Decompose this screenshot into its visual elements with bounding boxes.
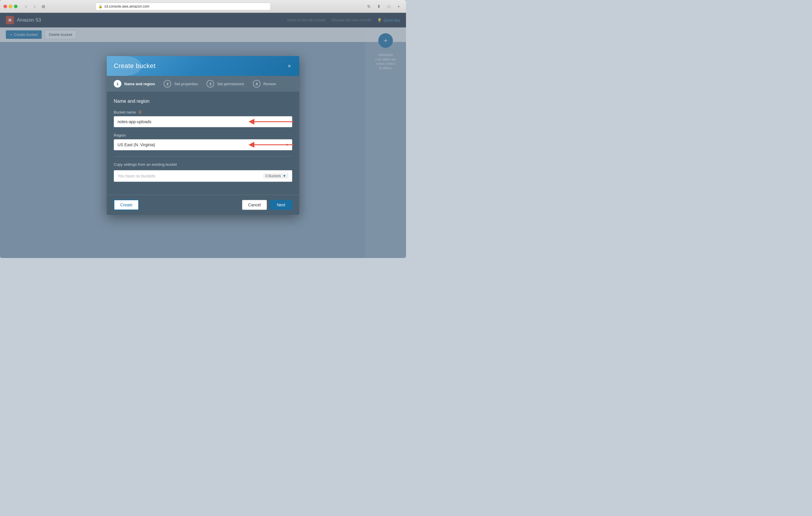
browser-content: Amazon S3 Switch to the old console Disc… bbox=[0, 13, 406, 258]
section-title: Name and region bbox=[114, 99, 292, 104]
copy-settings-group: Copy settings from an existing bucket Yo… bbox=[114, 162, 292, 182]
refresh-button[interactable]: ↻ bbox=[365, 3, 373, 9]
red-arrow-1 bbox=[249, 117, 295, 126]
bucket-name-input-wrapper bbox=[114, 116, 292, 127]
forward-button[interactable]: › bbox=[31, 3, 38, 9]
modal-title: Create bucket bbox=[114, 62, 155, 70]
region-label: Region bbox=[114, 133, 292, 137]
step-3-label: Set permissions bbox=[217, 82, 244, 86]
step-2[interactable]: 2 Set properties bbox=[164, 80, 206, 87]
region-group: Region US East (N. Virginia) US East (Oh… bbox=[114, 133, 292, 150]
region-arrow bbox=[249, 140, 295, 149]
cancel-button[interactable]: Cancel bbox=[242, 200, 267, 210]
create-bucket-modal: Create bucket × 1 Name and region 2 Set … bbox=[107, 56, 299, 215]
step-4-number: 4 bbox=[253, 80, 260, 87]
modal-body: Name and region Bucket name i bbox=[107, 92, 299, 195]
bucket-name-info-icon[interactable]: i bbox=[138, 110, 142, 114]
bucket-name-arrow bbox=[249, 117, 295, 126]
address-bar[interactable]: 🔒 s3.console.aws.amazon.com bbox=[96, 3, 271, 10]
svg-marker-8 bbox=[249, 142, 254, 148]
step-1[interactable]: 1 Name and region bbox=[114, 80, 164, 87]
copy-settings-label: Copy settings from an existing bucket bbox=[114, 162, 292, 167]
step-1-label: Name and region bbox=[124, 82, 155, 86]
buckets-count-badge: 0 Buckets ▼ bbox=[263, 173, 288, 179]
bucket-name-label: Bucket name i bbox=[114, 110, 292, 114]
empty-buckets-select[interactable]: You have no buckets 0 Buckets ▼ bbox=[114, 170, 292, 182]
close-traffic-light[interactable] bbox=[3, 5, 7, 8]
dropdown-arrow-icon: ▼ bbox=[283, 174, 286, 178]
lock-icon: 🔒 bbox=[98, 4, 103, 8]
step-3[interactable]: 3 Set permissions bbox=[206, 80, 253, 87]
step-2-label: Set properties bbox=[174, 82, 198, 86]
modal-header: Create bucket × bbox=[107, 56, 299, 76]
modal-backdrop: Create bucket × 1 Name and region 2 Set … bbox=[0, 13, 406, 258]
step-4-label: Review bbox=[263, 82, 276, 86]
maximize-traffic-light[interactable] bbox=[14, 5, 18, 8]
create-button[interactable]: Create bbox=[114, 200, 139, 210]
url-text: s3.console.aws.amazon.com bbox=[105, 4, 149, 8]
next-button[interactable]: Next bbox=[270, 200, 292, 210]
svg-marker-6 bbox=[249, 119, 254, 125]
footer-right-actions: Cancel Next bbox=[242, 200, 292, 210]
red-arrow-2 bbox=[249, 140, 295, 149]
steps-bar: 1 Name and region 2 Set properties 3 Set… bbox=[107, 76, 299, 92]
step-4[interactable]: 4 Review bbox=[253, 80, 285, 87]
modal-footer: Create Cancel Next bbox=[107, 195, 299, 215]
divider bbox=[114, 156, 292, 157]
step-1-number: 1 bbox=[114, 80, 121, 87]
traffic-lights bbox=[3, 5, 18, 8]
buckets-count: 0 Buckets bbox=[265, 174, 281, 178]
browser-titlebar: ‹ › ⊞ 🔒 s3.console.aws.amazon.com ↻ ⬆ □ … bbox=[0, 0, 406, 13]
no-buckets-text: You have no buckets bbox=[118, 174, 155, 178]
share-button[interactable]: ⬆ bbox=[375, 3, 383, 9]
tab-view-button[interactable]: ⊞ bbox=[40, 3, 47, 9]
browser-frame: ‹ › ⊞ 🔒 s3.console.aws.amazon.com ↻ ⬆ □ … bbox=[0, 0, 406, 258]
step-3-number: 3 bbox=[206, 80, 214, 87]
region-select-wrapper: US East (N. Virginia) US East (Ohio) US … bbox=[114, 139, 292, 150]
sidebar-button[interactable]: □ bbox=[385, 3, 393, 9]
minimize-traffic-light[interactable] bbox=[9, 5, 12, 8]
back-button[interactable]: ‹ bbox=[22, 3, 30, 9]
step-2-number: 2 bbox=[164, 80, 171, 87]
bucket-name-group: Bucket name i bbox=[114, 110, 292, 127]
new-tab-button[interactable]: + bbox=[395, 3, 403, 9]
modal-close-button[interactable]: × bbox=[286, 62, 292, 70]
address-bar-actions: ↻ ⬆ □ + bbox=[365, 3, 403, 9]
browser-nav: ‹ › ⊞ bbox=[22, 3, 47, 9]
